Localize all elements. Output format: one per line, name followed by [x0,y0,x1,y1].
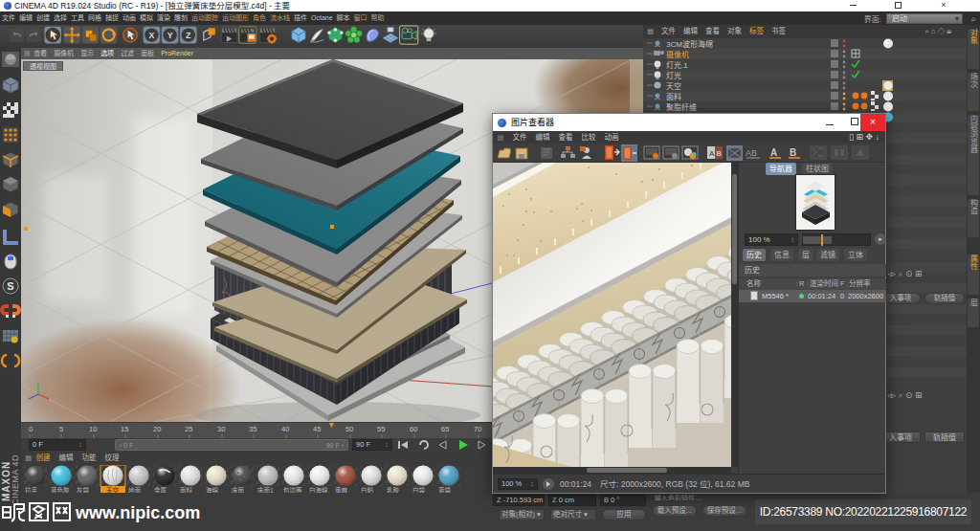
svg-text:15: 15 [121,425,128,433]
svg-text:灯光.1: 灯光.1 [666,60,688,70]
svg-text:A: A [709,149,715,158]
svg-text:65: 65 [441,425,449,433]
svg-text:灯光: 灯光 [666,71,681,80]
svg-text:20: 20 [153,425,161,433]
svg-text:www.nipic.com: www.nipic.com [75,503,200,522]
svg-text:40: 40 [281,425,289,433]
svg-text:A: A [770,147,777,158]
svg-text:55: 55 [377,425,385,433]
svg-text:50: 50 [345,425,353,433]
svg-text:35: 35 [249,425,256,433]
svg-text:天空: 天空 [666,81,681,91]
svg-text:X: X [148,31,154,40]
svg-text:70: 70 [474,425,481,433]
svg-text:0: 0 [29,425,33,433]
svg-text:45: 45 [313,425,321,433]
svg-text:5: 5 [59,425,63,433]
svg-text:B: B [790,147,796,158]
svg-text:60: 60 [410,425,417,433]
svg-text:Z: Z [186,31,191,40]
svg-text:3CM波形海绵: 3CM波形海绵 [666,39,713,49]
svg-text:B: B [717,149,722,158]
svg-text:30: 30 [217,425,225,433]
svg-text:聚脂纤维: 聚脂纤维 [666,102,697,112]
svg-text:25: 25 [185,425,192,433]
svg-text:摄像机: 摄像机 [666,50,689,59]
svg-text:面料: 面料 [666,92,681,101]
svg-text:10: 10 [89,425,97,433]
svg-text:AB: AB [746,148,757,158]
svg-text:Y: Y [167,31,173,40]
